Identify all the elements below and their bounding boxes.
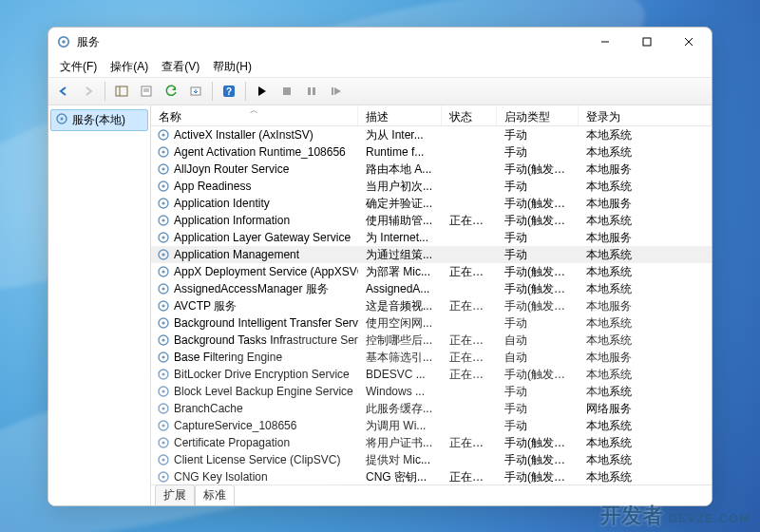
watermark-text: 开发者 [600,502,663,530]
service-row[interactable]: Application Layer Gateway Service为 Inter… [151,229,712,246]
service-row[interactable]: Base Filtering Engine基本筛选引...正在运行自动本地服务 [151,349,712,366]
service-row[interactable]: Agent Activation Runtime_108656Runtime f… [151,143,712,161]
col-logon[interactable]: 登录为 [579,105,712,125]
service-row[interactable]: CaptureService_108656为调用 Wi...手动本地系统 [151,417,712,434]
forward-button[interactable] [77,80,100,103]
service-logon: 本地服务 [579,350,712,366]
service-state: 正在运行 [442,332,497,349]
service-row[interactable]: Application Identity确定并验证...手动(触发器...本地服… [151,195,712,212]
service-state: 正在运行 [442,264,497,280]
svg-point-56 [159,438,168,447]
service-row[interactable]: AppX Deployment Service (AppXSVC)为部署 Mic… [151,263,712,280]
svg-rect-17 [332,87,333,95]
menu-file[interactable]: 文件(F) [54,57,103,77]
service-logon: 网络服务 [579,401,712,417]
service-desc: CNG 密钥... [358,469,442,485]
menu-action[interactable]: 操作(A) [104,57,154,77]
start-service-button[interactable] [251,80,274,103]
service-row[interactable]: Certificate Propagation将用户证书...正在运行手动(触发… [151,434,712,451]
titlebar[interactable]: 服务 [48,28,712,56]
properties-button[interactable] [135,80,158,103]
maximize-button[interactable] [626,28,668,56]
service-logon: 本地系统 [579,315,712,332]
service-start: 手动 [497,247,579,263]
restart-service-button[interactable] [325,80,348,103]
tree-services-local[interactable]: 服务(本地) [50,109,148,131]
service-state: 正在运行 [442,213,497,229]
service-row[interactable]: BranchCache此服务缓存...手动网络服务 [151,400,712,417]
service-start: 手动 [497,127,579,143]
svg-point-33 [162,236,164,238]
svg-point-39 [162,287,164,290]
watermark: 开发者 DEVZE.COM [600,502,750,530]
menu-help[interactable]: 帮助(H) [207,57,257,77]
service-row[interactable]: Background Intelligent Transfer Service使… [151,314,712,332]
service-name: Background Tasks Infrastructure Service [174,333,358,347]
menu-view[interactable]: 查看(V) [156,57,205,77]
close-button[interactable] [668,28,710,56]
help-button[interactable]: ? [218,80,240,103]
service-logon: 本地系统 [579,264,712,280]
service-start: 手动 [497,384,579,400]
service-start: 手动 [497,179,579,195]
service-desc: Windows ... [358,385,442,398]
service-desc: Runtime f... [358,145,442,159]
export-button[interactable] [184,80,207,103]
svg-rect-3 [643,38,651,46]
service-row[interactable]: Background Tasks Infrastructure Service控… [151,332,712,349]
service-state: 正在运行 [442,367,497,383]
svg-point-45 [162,338,164,341]
service-row[interactable]: ActiveX Installer (AxInstSV)为从 Inter...手… [151,126,712,143]
svg-point-55 [162,424,164,427]
service-row[interactable]: Block Level Backup Engine ServiceWindows… [151,383,712,400]
service-desc: 为 Internet... [358,230,442,246]
tab-extended[interactable]: 扩展 [155,484,195,506]
service-row[interactable]: App Readiness当用户初次...手动本地系统 [151,178,712,195]
service-start: 自动 [497,332,579,349]
tree-label: 服务(本地) [72,112,125,128]
service-name: Application Layer Gateway Service [174,231,351,244]
col-name[interactable]: 名称︿ [151,105,358,125]
service-start: 手动(触发器... [497,213,579,229]
service-desc: 路由本地 A... [358,162,442,178]
refresh-button[interactable] [160,80,182,103]
col-state[interactable]: 状态 [442,105,497,125]
svg-rect-16 [313,87,315,95]
svg-point-50 [159,387,168,396]
service-desc: 为通过组策... [358,247,442,263]
service-start: 手动 [497,315,579,332]
service-start: 手动(触发器... [497,162,579,178]
service-row[interactable]: AVCTP 服务这是音频视...正在运行手动(触发器...本地服务 [151,297,712,314]
svg-point-27 [162,184,164,187]
svg-point-41 [162,304,164,307]
service-logon: 本地服务 [579,230,712,246]
col-start[interactable]: 启动类型 [497,105,579,125]
service-name: App Readiness [174,180,251,193]
service-row[interactable]: BitLocker Drive Encryption ServiceBDESVC… [151,366,712,383]
service-logon: 本地系统 [579,435,712,451]
col-desc[interactable]: 描述 [358,105,442,125]
stop-service-button[interactable] [276,80,298,103]
service-row[interactable]: Client License Service (ClipSVC)提供对 Mic.… [151,451,712,468]
service-row[interactable]: Application Information使用辅助管...正在运行手动(触发… [151,212,712,229]
service-desc: 确定并验证... [358,196,442,212]
svg-point-59 [162,458,164,461]
service-row[interactable]: CNG Key IsolationCNG 密钥...正在运行手动(触发器...本… [151,468,712,484]
service-name: Client License Service (ClipSVC) [174,453,340,466]
service-start: 手动 [497,418,579,434]
service-row[interactable]: AssignedAccessManager 服务AssignedA...手动(触… [151,280,712,297]
minimize-button[interactable] [584,28,626,56]
service-start: 自动 [497,350,579,366]
services-list[interactable]: ActiveX Installer (AxInstSV)为从 Inter...手… [151,126,712,484]
service-logon: 本地系统 [579,384,712,400]
window-title: 服务 [77,34,584,50]
tab-standard[interactable]: 标准 [195,484,235,506]
service-row[interactable]: AllJoyn Router Service路由本地 A...手动(触发器...… [151,161,712,178]
service-logon: 本地系统 [579,452,712,468]
show-hide-tree-button[interactable] [110,80,133,103]
svg-point-60 [159,472,168,482]
pause-service-button[interactable] [300,80,323,103]
service-row[interactable]: Application Management为通过组策...手动本地系统 [151,246,712,263]
back-button[interactable] [52,80,75,103]
svg-point-23 [162,150,164,153]
